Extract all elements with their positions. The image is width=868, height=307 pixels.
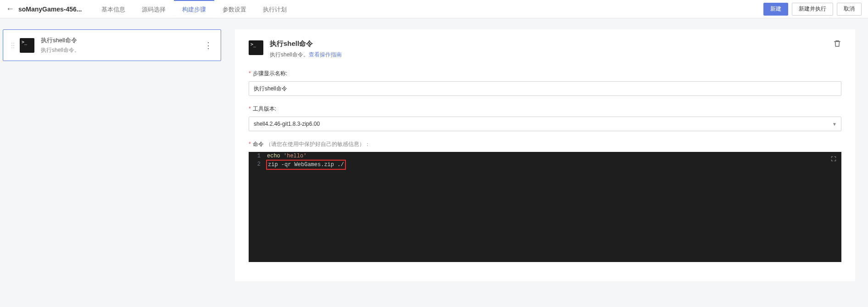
terminal-icon (20, 38, 34, 53)
line-number: 2 (249, 160, 267, 169)
steps-panel: 执行shell命令 执行shell命令。 ⋮ (0, 18, 229, 307)
tab-2[interactable]: 构建步骤 (174, 0, 214, 18)
create-and-run-button[interactable]: 新建并执行 (792, 3, 833, 16)
back-arrow-icon[interactable]: ← (5, 4, 16, 14)
line-content[interactable]: echo 'hello' (267, 152, 841, 160)
tool-version-select[interactable]: ▼ (249, 117, 841, 131)
step-name-label: *步骤显示名称: (249, 70, 841, 78)
page-title: soManyGames-456... (18, 6, 82, 13)
tab-1[interactable]: 源码选择 (134, 0, 174, 18)
command-label: *命令（请您在使用中保护好自己的敏感信息）： (249, 140, 841, 148)
tab-0[interactable]: 基本信息 (93, 0, 134, 18)
highlighted-command: zip -qr WebGames.zip ./ (266, 160, 346, 170)
page-body: 执行shell命令 执行shell命令。 ⋮ 执行shell命令 执行shell… (0, 18, 868, 307)
create-button[interactable]: 新建 (763, 3, 788, 16)
detail-titles: 执行shell命令 执行shell命令。查看操作指南 (270, 39, 833, 59)
tab-bar: 基本信息源码选择构建步骤参数设置执行计划 (93, 0, 763, 18)
tool-version-value[interactable] (249, 117, 841, 131)
delete-icon[interactable] (833, 39, 841, 48)
code-editor[interactable]: 1echo 'hello'2zip -qr WebGames.zip ./ (249, 152, 841, 262)
terminal-icon (249, 40, 263, 55)
step-title: 执行shell命令 (41, 36, 201, 45)
step-card[interactable]: 执行shell命令 执行shell命令。 ⋮ (3, 29, 221, 61)
detail-title: 执行shell命令 (270, 39, 833, 48)
line-content[interactable]: zip -qr WebGames.zip ./ (267, 160, 841, 169)
drag-handle-icon[interactable] (9, 43, 17, 48)
detail-header: 执行shell命令 执行shell命令。查看操作指南 (249, 39, 841, 59)
detail-desc: 执行shell命令。查看操作指南 (270, 51, 833, 59)
tab-4[interactable]: 执行计划 (255, 0, 295, 18)
code-line[interactable]: 1echo 'hello' (249, 152, 841, 160)
step-name-row: *步骤显示名称: (249, 70, 841, 96)
tab-3[interactable]: 参数设置 (214, 0, 255, 18)
step-name-input[interactable] (249, 81, 841, 96)
page-header: ← soManyGames-456... 基本信息源码选择构建步骤参数设置执行计… (0, 0, 868, 18)
guide-link[interactable]: 查看操作指南 (309, 51, 342, 58)
step-desc: 执行shell命令。 (41, 46, 201, 54)
fullscreen-icon[interactable] (830, 156, 837, 164)
step-info: 执行shell命令 执行shell命令。 (41, 36, 201, 54)
detail-card: 执行shell命令 执行shell命令。查看操作指南 *步骤显示名称: *工具版… (235, 29, 855, 281)
tool-version-row: *工具版本: ▼ (249, 105, 841, 131)
detail-panel: 执行shell命令 执行shell命令。查看操作指南 *步骤显示名称: *工具版… (229, 18, 868, 307)
code-line[interactable]: 2zip -qr WebGames.zip ./ (249, 160, 841, 169)
step-menu-icon[interactable]: ⋮ (201, 40, 215, 50)
line-number: 1 (249, 152, 267, 160)
tool-version-label: *工具版本: (249, 105, 841, 113)
detail-desc-text: 执行shell命令。 (270, 51, 309, 58)
command-row: *命令（请您在使用中保护好自己的敏感信息）： 1echo 'hello'2zip… (249, 140, 841, 262)
cancel-button[interactable]: 取消 (837, 3, 862, 16)
header-actions: 新建 新建并执行 取消 (763, 3, 863, 16)
